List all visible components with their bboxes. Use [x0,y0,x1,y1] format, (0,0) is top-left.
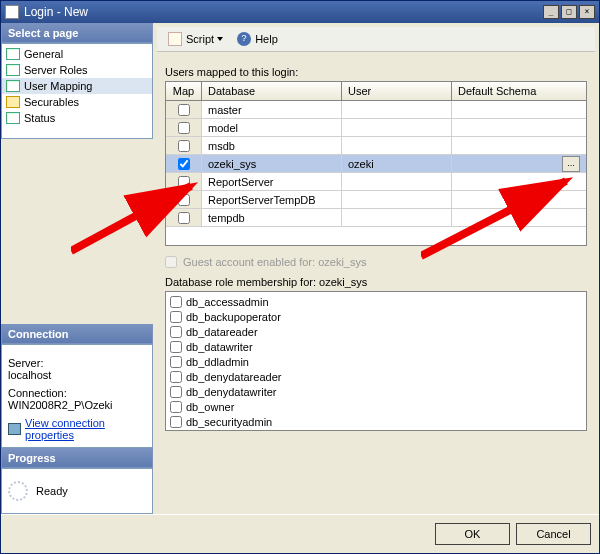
role-checkbox[interactable] [170,431,182,432]
grid-header: Map Database User Default Schema [166,82,586,101]
window-title: Login - New [24,5,88,19]
table-row[interactable]: model [166,119,586,137]
role-item[interactable]: db_denydatareader [170,369,582,384]
cell-user [342,191,452,208]
role-label: db_datawriter [186,341,253,353]
role-label: db_backupoperator [186,311,281,323]
help-label: Help [255,33,278,45]
page-user-mapping[interactable]: User Mapping [2,78,152,94]
properties-icon [8,423,21,435]
role-item[interactable]: db_backupoperator [170,309,582,324]
script-button[interactable]: Script [161,29,230,49]
page-server-roles[interactable]: Server Roles [2,62,152,78]
page-status[interactable]: Status [2,110,152,126]
role-checkbox[interactable] [170,326,182,338]
cancel-button[interactable]: Cancel [516,523,591,545]
minimize-button[interactable]: _ [543,5,559,19]
cell-schema [452,137,586,154]
role-item[interactable]: db_datareader [170,324,582,339]
view-connection-properties-link[interactable]: View connection properties [8,417,146,441]
role-label: public [186,431,215,432]
ok-button[interactable]: OK [435,523,510,545]
role-item[interactable]: db_owner [170,399,582,414]
page-icon [6,64,20,76]
map-checkbox[interactable] [178,158,190,170]
cell-database: model [202,119,342,136]
titlebar[interactable]: Login - New _ □ × [1,1,599,23]
cell-user [342,173,452,190]
script-label: Script [186,33,214,45]
maximize-button[interactable]: □ [561,5,577,19]
role-checkbox[interactable] [170,371,182,383]
role-checkbox[interactable] [170,416,182,428]
connection-header: Connection [1,324,153,344]
role-checkbox[interactable] [170,311,182,323]
page-label: General [24,48,63,60]
role-item[interactable]: db_accessadmin [170,294,582,309]
roles-label: Database role membership for: ozeki_sys [165,276,587,288]
role-label: db_accessadmin [186,296,269,308]
table-row[interactable]: ReportServer [166,173,586,191]
cell-schema [452,173,586,190]
footer: OK Cancel [1,514,599,553]
cell-database: msdb [202,137,342,154]
cell-user [342,137,452,154]
page-icon [6,80,20,92]
role-item[interactable]: db_denydatawriter [170,384,582,399]
help-icon: ? [237,32,251,46]
role-checkbox[interactable] [170,341,182,353]
page-icon [6,48,20,60]
toolbar: Script ? Help [157,27,595,52]
role-checkbox[interactable] [170,296,182,308]
cell-schema: ... [452,155,586,172]
server-value: localhost [8,369,146,381]
role-checkbox[interactable] [170,356,182,368]
cell-schema [452,119,586,136]
map-checkbox[interactable] [178,140,190,152]
col-default-schema[interactable]: Default Schema [452,82,586,100]
map-checkbox[interactable] [178,212,190,224]
close-button[interactable]: × [579,5,595,19]
map-checkbox[interactable] [178,194,190,206]
col-database[interactable]: Database [202,82,342,100]
cell-schema [452,209,586,226]
cell-user [342,209,452,226]
map-checkbox[interactable] [178,104,190,116]
page-securables[interactable]: Securables [2,94,152,110]
table-row[interactable]: tempdb [166,209,586,227]
roles-list[interactable]: db_accessadmindb_backupoperatordb_datare… [165,291,587,431]
sidebar: Select a page General Server Roles User … [1,23,153,514]
role-item[interactable]: db_securityadmin [170,414,582,429]
role-label: db_datareader [186,326,258,338]
role-item[interactable]: db_datawriter [170,339,582,354]
cell-database: tempdb [202,209,342,226]
view-connection-properties-text[interactable]: View connection properties [25,417,146,441]
server-label: Server: [8,357,146,369]
role-item[interactable]: public [170,429,582,431]
role-checkbox[interactable] [170,386,182,398]
table-row[interactable]: master [166,101,586,119]
cell-database: master [202,101,342,118]
cell-database: ReportServerTempDB [202,191,342,208]
grid-body: mastermodelmsdbozeki_sysozeki...ReportSe… [166,101,586,227]
role-checkbox[interactable] [170,401,182,413]
page-general[interactable]: General [2,46,152,62]
map-checkbox[interactable] [178,176,190,188]
users-mapped-label: Users mapped to this login: [165,66,587,78]
col-user[interactable]: User [342,82,452,100]
cell-database: ReportServer [202,173,342,190]
table-row[interactable]: msdb [166,137,586,155]
table-row[interactable]: ozeki_sysozeki... [166,155,586,173]
schema-browse-button[interactable]: ... [562,156,580,172]
page-icon [6,112,20,124]
page-list: General Server Roles User Mapping Secura… [1,43,153,139]
role-label: db_securityadmin [186,416,272,428]
role-item[interactable]: db_ddladmin [170,354,582,369]
col-map[interactable]: Map [166,82,202,100]
page-label: Server Roles [24,64,88,76]
map-checkbox[interactable] [178,122,190,134]
main-panel: Script ? Help Users mapped to this login… [153,23,599,514]
cell-database: ozeki_sys [202,155,342,172]
help-button[interactable]: ? Help [230,29,285,49]
table-row[interactable]: ReportServerTempDB [166,191,586,209]
